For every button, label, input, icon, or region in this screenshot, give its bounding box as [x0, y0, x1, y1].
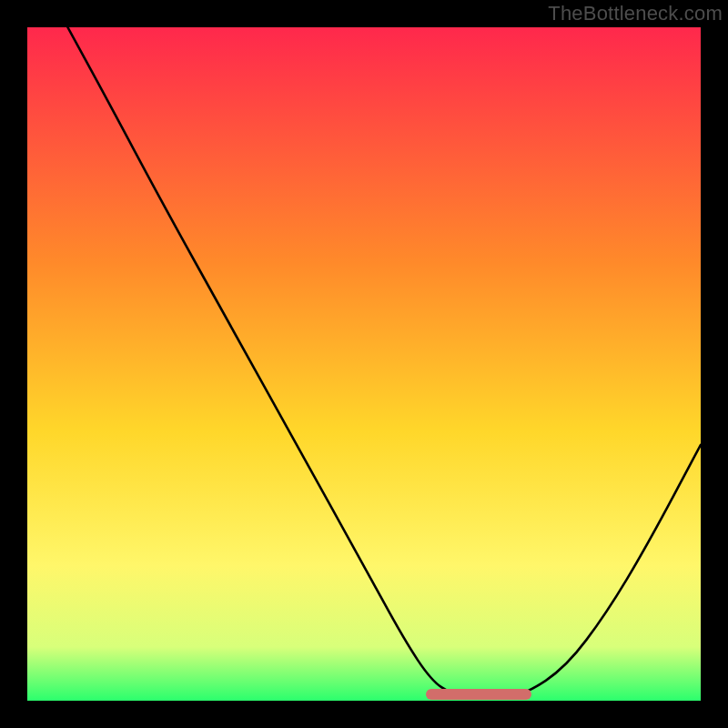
chart-frame: TheBottleneck.com — [0, 0, 728, 728]
plot-area — [27, 27, 701, 701]
svg-rect-0 — [27, 27, 701, 701]
background-gradient — [27, 27, 701, 701]
watermark-text: TheBottleneck.com — [548, 2, 723, 25]
highlighted-range-marker — [426, 689, 531, 700]
